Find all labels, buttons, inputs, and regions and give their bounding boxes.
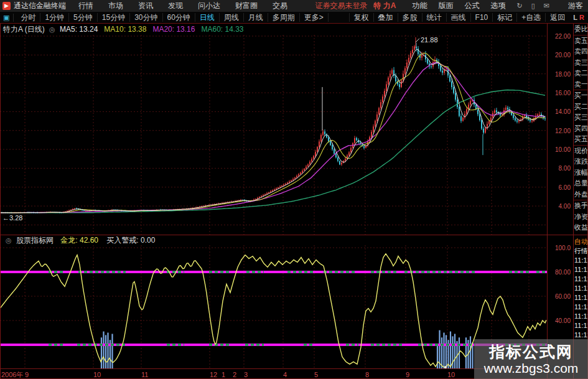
toolbar-button-多股[interactable]: 多股 [398,13,422,22]
month-tick: 3 [244,371,248,378]
tdx-terminal-window: ▶ 通达信金融终端 行情市场资讯发现问小达财富圈交易 证券交易未登录 特 力A … [0,0,588,379]
period-buttons: 分时1分钟5分钟15分钟30分钟60分钟日线周线月线多周期更多> [16,12,328,23]
price-tick: 4.00 [559,203,571,210]
month-tick: 12 [210,371,217,378]
indicator-value: 金龙: 42.60 [60,236,98,245]
menu-财富圈[interactable]: 财富圈 [235,1,258,10]
menu-交易[interactable]: 交易 [273,1,287,10]
quote-row-买三: 买三 [574,112,588,123]
titlebar-menu-功能[interactable]: 功能 [413,1,427,10]
watermark: 指标公式网 www.zbgs3.com [474,339,588,379]
refresh-icon[interactable]: ↻ [517,2,523,10]
toolbar-button-F10[interactable]: F10 [470,13,493,22]
app-name: 通达信金融终端 [14,1,66,11]
start-price-annotation: ←3.28 [2,214,22,222]
indicator-alert-value: 买入警戒: 0.00 [106,236,155,245]
titlebar-menu-版面[interactable]: 版面 [439,1,454,10]
period-button-更多>[interactable]: 更多> [300,13,329,22]
quote-row-现价: 现价 [574,146,588,157]
time-axis: 2006年9101112123458910 [0,368,548,379]
tdx-logo-icon: ▶ [2,2,11,10]
ma-legend-item: MA20: 13.16 [152,25,195,34]
month-tick: 9 [406,371,409,378]
month-tick: 9 [25,371,29,378]
ma-legend: MA5: 13.24MA10: 13.38MA20: 13.16MA60: 14… [60,25,250,34]
quote-row-买五: 买五 [574,134,588,146]
quote-row-买二: 买二 [574,101,588,113]
frame-plot-right [547,24,548,379]
mail-icon[interactable]: ✉ [544,2,549,10]
toolbar-button-返回[interactable]: 返回 [545,13,569,22]
toolbar-button-画线[interactable]: 画线 [446,13,470,22]
period-button-周线[interactable]: 周线 [220,13,244,22]
lr-indicator: LR [569,14,588,21]
quote-row-卖一: 卖一 [574,79,588,91]
period-button-日线[interactable]: 日线 [195,13,220,22]
month-tick: 8 [365,371,369,378]
toolbar-button-统计[interactable]: 统计 [422,13,446,22]
indicator-tick: 40.00 [555,317,571,324]
chevron-down-icon[interactable]: ◎ [49,26,55,33]
period-button-30分钟[interactable]: 30分钟 [130,13,162,22]
toolbar-button-复权[interactable]: 复权 [349,13,373,22]
layout-icon[interactable]: ▣ [3,14,14,22]
ma-legend-item: MA60: 14.33 [201,25,243,34]
menu-问小达[interactable]: 问小达 [198,1,220,10]
period-button-多周期[interactable]: 多周期 [268,13,300,22]
watermark-url: www.zbgs3.com [484,360,579,376]
info-row-自动: 自动 [574,237,588,246]
quote-row-外盘: 外盘 [574,189,588,201]
price-tick: 10.00 [555,146,571,153]
toolbar-button-叠加[interactable]: 叠加 [373,13,398,22]
chevron-down-icon[interactable]: ◎ [6,236,12,244]
menu-发现[interactable]: 发现 [168,1,183,10]
period-button-分时[interactable]: 分时 [16,13,40,22]
main-candlestick-chart[interactable]: 21.88←3.28 [0,35,547,235]
ma-legend-item: MA5: 13.24 [60,25,98,34]
titlebar: ▶ 通达信金融终端 行情市场资讯发现问小达财富圈交易 证券交易未登录 特 力A … [0,0,588,12]
quote-row-净资: 净资 [574,212,588,223]
month-tick: 10 [93,371,101,378]
period-button-60分钟[interactable]: 60分钟 [163,13,195,22]
indicator-title: ◎ 股票指标网 金龙: 42.60 买入警戒: 0.00 [3,235,155,245]
titlebar-menu-公式[interactable]: 公式 [465,1,480,10]
quote-row-总量: 总量 [574,178,588,189]
period-button-1分钟[interactable]: 1分钟 [40,13,69,22]
watermark-title: 指标公式网 [489,343,573,360]
menu-资讯[interactable]: 资讯 [138,1,153,10]
menu-市场[interactable]: 市场 [108,1,123,10]
indicator-tick: 60.00 [555,293,571,300]
toolbar-button-标记[interactable]: 标记 [492,13,516,22]
titlebar-menu-选项[interactable]: 选项 [491,1,506,10]
period-button-15分钟[interactable]: 15分钟 [98,13,130,22]
tick-time: 11:11 [574,256,588,265]
mobile-icon[interactable]: ▯ [531,2,535,10]
price-tick: 14.00 [555,108,571,115]
indicator-chart[interactable] [0,245,547,368]
titlebar-tools: 功能版面公式选项 [413,1,517,11]
info-row-行情: 行情 [574,246,588,256]
tick-time: 11:11 [574,321,588,330]
quote-row-委比: 委比 [574,24,588,35]
user-guest-button[interactable]: 游客 [568,1,583,11]
frame-axis-right [573,24,574,379]
main-chart-title: 特力A (日线) ◎ MA5: 13.24MA10: 13.38MA20: 13… [3,24,250,35]
period-button-月线[interactable]: 月线 [244,13,268,22]
quote-panel-clipped: 委比卖五卖四卖三卖二卖一买一买二买三买四买五现价涨跌涨幅总量外盘换手净资收益自动… [574,24,588,379]
indicator-source: 股票指标网 [16,236,54,245]
tick-time: 11:11 [574,330,588,340]
price-tick: 12.00 [555,128,571,134]
quote-row-涨跌: 涨跌 [574,156,588,167]
period-button-5分钟[interactable]: 5分钟 [69,13,98,22]
toolbar-button-+自选[interactable]: +自选 [516,13,545,22]
price-tick: 8.00 [559,165,571,172]
quote-row-卖二: 卖二 [574,68,588,79]
main-menu: 行情市场资讯发现问小达财富圈交易 [78,1,302,11]
ma-legend-item: MA10: 13.38 [104,25,146,34]
current-stock-label: 特 力A [374,1,396,11]
tick-time: 11:11 [574,293,588,302]
quote-row-卖五: 卖五 [574,35,588,47]
menu-行情[interactable]: 行情 [78,1,93,10]
month-tick: 4 [283,371,287,378]
price-tick: 18.00 [555,71,571,78]
